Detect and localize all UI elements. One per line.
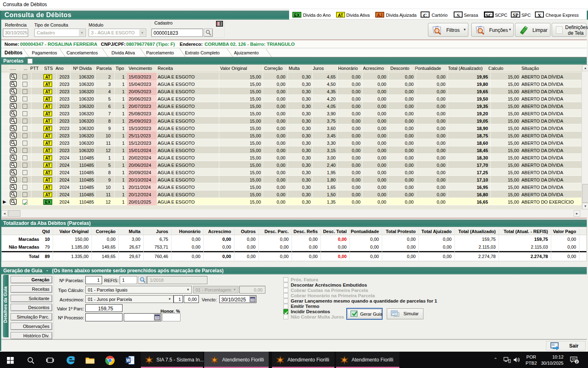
svg-text:Cancelamentos: Cancelamentos <box>67 50 98 55</box>
svg-text:2: 2 <box>576 360 578 364</box>
svg-text:Ajuizamento: Ajuizamento <box>234 50 259 55</box>
svg-text:Divida Ativa: Divida Ativa <box>111 50 135 55</box>
svg-text:W: W <box>126 358 130 363</box>
svg-text:Débitos: Débitos <box>4 50 22 56</box>
svg-text:Pagamentos: Pagamentos <box>32 50 57 55</box>
svg-text:Extrato Completo: Extrato Completo <box>185 50 220 55</box>
svg-text:Parcelamento: Parcelamento <box>146 50 174 55</box>
